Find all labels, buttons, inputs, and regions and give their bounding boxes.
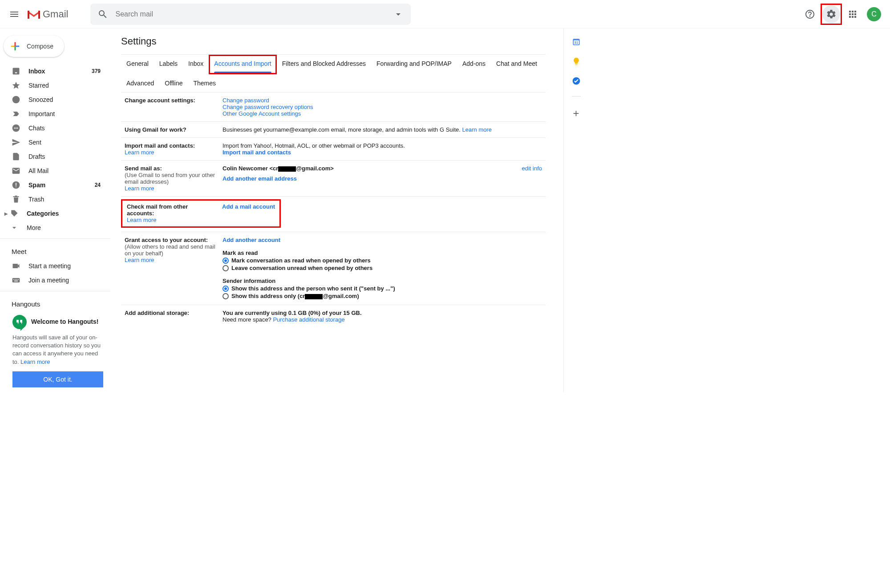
identity-prefix: Colin Newcomer <cr	[222, 165, 278, 172]
sidebar-item-spam[interactable]: Spam24	[0, 178, 110, 192]
account-avatar[interactable]: C	[867, 7, 881, 21]
grant-learn-link[interactable]: Learn more	[125, 257, 154, 263]
row-storage: Add additional storage: You are currentl…	[121, 305, 546, 328]
sidebar-item-chats[interactable]: Chats	[0, 121, 110, 135]
nav-label: Chats	[28, 125, 45, 132]
nav-label: Drafts	[28, 153, 45, 160]
main-menu-button[interactable]	[4, 4, 25, 25]
meet-item-join-a-meeting[interactable]: Join a meeting	[0, 273, 110, 287]
search-dropdown-button[interactable]	[389, 5, 407, 23]
row-change-account: Change account settings: Change password…	[121, 93, 546, 122]
tab-label: Add-ons	[462, 60, 485, 67]
tab-forwarding-and-pop-imap[interactable]: Forwarding and POP/IMAP	[371, 55, 457, 74]
gmail-work-text: Businesses get yourname@example.com emai…	[222, 126, 462, 133]
redacted-email-part	[278, 166, 296, 172]
support-button[interactable]	[801, 5, 819, 23]
search-input[interactable]	[112, 10, 389, 18]
hangouts-learn-more-link[interactable]: Learn more	[20, 358, 50, 365]
keep-icon	[572, 57, 581, 66]
calendar-addon-button[interactable]: 31	[572, 37, 581, 46]
get-addons-button[interactable]: +	[573, 107, 579, 120]
app-header: Gmail C	[0, 0, 890, 28]
svg-point-3	[16, 128, 17, 129]
import-action-link[interactable]: Import mail and contacts	[222, 149, 291, 156]
gmail-wordmark: Gmail	[43, 8, 68, 20]
change-recovery-link[interactable]: Change password recovery options	[222, 104, 313, 110]
sender-opt2[interactable]: Show this address only (cr@gmail.com)	[222, 293, 542, 299]
sidebar-item-important[interactable]: Important	[0, 107, 110, 121]
other-settings-link[interactable]: Other Google Account settings	[222, 110, 301, 117]
sidebar-item-all-mail[interactable]: All Mail	[0, 164, 110, 178]
search-bar[interactable]	[90, 4, 411, 25]
keep-addon-button[interactable]	[572, 57, 581, 66]
check-mail-label: Check mail from other accounts:	[127, 203, 215, 217]
hangouts-ok-button[interactable]: OK, Got it.	[12, 371, 103, 387]
mark-read-opt1[interactable]: Mark conversation as read when opened by…	[222, 257, 542, 264]
sidebar-item-sent[interactable]: Sent	[0, 135, 110, 149]
tab-inbox[interactable]: Inbox	[183, 55, 209, 74]
radio-icon	[222, 286, 229, 292]
add-mail-account-link[interactable]: Add a mail account	[222, 203, 275, 210]
tasks-addon-button[interactable]	[572, 77, 581, 85]
settings-button-highlighted[interactable]	[821, 4, 842, 25]
nav-count: 379	[92, 68, 105, 74]
edit-info-link[interactable]: edit info	[522, 165, 542, 172]
sender-info-heading: Sender information	[222, 278, 275, 284]
calendar-icon: 31	[572, 37, 581, 46]
nav-label: Inbox	[28, 68, 45, 75]
svg-rect-9	[13, 279, 14, 280]
storage-need-more: Need more space?	[222, 316, 273, 323]
tab-themes[interactable]: Themes	[188, 74, 222, 92]
tab-labels[interactable]: Labels	[154, 55, 183, 74]
compose-button[interactable]: Compose	[4, 36, 64, 57]
storage-usage: You are currently using 0.1 GB (0%) of y…	[222, 310, 362, 316]
check-mail-learn-link[interactable]: Learn more	[127, 217, 156, 223]
svg-rect-10	[15, 279, 16, 280]
gmail-logo[interactable]: Gmail	[27, 8, 68, 20]
change-password-link[interactable]: Change password	[222, 97, 269, 104]
apps-grid-icon	[847, 9, 858, 20]
gmail-icon	[27, 9, 41, 20]
drafts-icon	[12, 152, 20, 161]
tab-chat-and-meet[interactable]: Chat and Meet	[491, 55, 542, 74]
apps-button[interactable]	[844, 5, 862, 23]
side-panel-divider	[572, 96, 581, 97]
gmail-work-learn-link[interactable]: Learn more	[462, 126, 492, 133]
svg-rect-11	[16, 279, 17, 280]
inbox-icon	[12, 67, 20, 76]
tab-accounts-and-import[interactable]: Accounts and Import	[209, 55, 276, 74]
video-icon	[12, 262, 20, 270]
sidebar-item-trash[interactable]: Trash	[0, 192, 110, 206]
trash-icon	[12, 195, 20, 204]
svg-rect-7	[16, 186, 16, 187]
sender-opt1[interactable]: Show this address and the person who sen…	[222, 285, 542, 292]
send-as-learn-link[interactable]: Learn more	[125, 185, 154, 192]
sidebar-item-more[interactable]: More	[0, 221, 110, 235]
sidebar-item-starred[interactable]: Starred	[0, 78, 110, 93]
categories-icon	[10, 209, 19, 218]
add-email-link[interactable]: Add another email address	[222, 175, 297, 182]
tab-offline[interactable]: Offline	[159, 74, 188, 92]
hangouts-welcome-text: Welcome to Hangouts!	[31, 318, 98, 326]
mark-read-opt2[interactable]: Leave conversation unread when opened by…	[222, 265, 542, 271]
meet-item-start-a-meeting[interactable]: Start a meeting	[0, 259, 110, 273]
sidebar-item-drafts[interactable]: Drafts	[0, 149, 110, 164]
change-account-label: Change account settings:	[125, 97, 195, 104]
row-import: Import mail and contacts: Learn more Imp…	[121, 138, 546, 161]
add-another-account-link[interactable]: Add another account	[222, 237, 280, 243]
mark-read-heading: Mark as read	[222, 250, 258, 256]
sidebar-item-snoozed[interactable]: Snoozed	[0, 93, 110, 107]
search-icon[interactable]	[94, 5, 112, 23]
sidebar-item-categories[interactable]: ▸Categories	[0, 206, 110, 221]
tab-advanced[interactable]: Advanced	[121, 74, 159, 92]
more-icon	[10, 223, 19, 232]
purchase-storage-link[interactable]: Purchase additional storage	[273, 316, 344, 323]
tab-add-ons[interactable]: Add-ons	[457, 55, 491, 74]
tab-filters-and-blocked-addresses[interactable]: Filters and Blocked Addresses	[277, 55, 371, 74]
send-as-label: Send mail as:	[125, 165, 215, 172]
import-learn-link[interactable]: Learn more	[125, 149, 154, 156]
gmail-work-label: Using Gmail for work?	[125, 126, 186, 133]
nav-label: Categories	[27, 210, 59, 217]
sidebar-item-inbox[interactable]: Inbox379	[0, 64, 110, 78]
tab-general[interactable]: General	[121, 55, 154, 74]
